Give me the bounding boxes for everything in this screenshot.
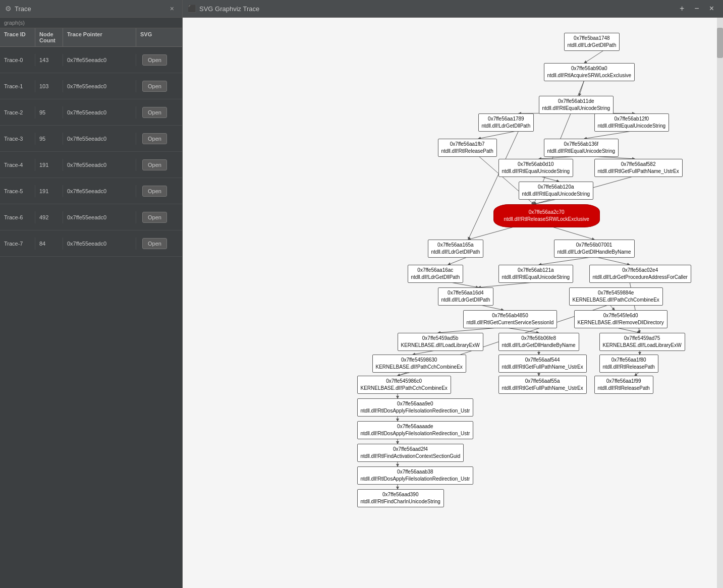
table-row: Trace-01430x7ffe55eeadc0Open bbox=[0, 47, 182, 73]
cell-svg: Open bbox=[136, 129, 177, 148]
graph-node: 0x7ffe56ab136fntdll.dll!RtlEqualUnicodeS… bbox=[544, 139, 619, 157]
graph-node: 0x7ffe56aad2f4ntdll.dll!RtlFindActivatio… bbox=[357, 444, 464, 462]
open-svg-button[interactable]: Open bbox=[142, 212, 167, 223]
cell-trace-pointer: 0x7ffe55eeadc0 bbox=[63, 211, 136, 223]
graph-node: 0x7ffe56b06fe8ntdll.dll!LdrGetDllHandleB… bbox=[498, 333, 579, 351]
graph-node: 0x7ffe5baa1748ntdll.dll!LdrGetDllPath bbox=[564, 33, 620, 51]
svg-icon: ⬛ bbox=[188, 5, 196, 13]
table-row: Trace-64920x7ffe55eeadc0Open bbox=[0, 204, 182, 230]
cell-svg: Open bbox=[136, 208, 177, 227]
scrollbar-track[interactable] bbox=[717, 18, 723, 588]
open-svg-button[interactable]: Open bbox=[142, 159, 167, 170]
cell-node-count: 492 bbox=[35, 211, 63, 223]
cell-trace-id: Trace-4 bbox=[0, 159, 35, 171]
cell-node-count: 103 bbox=[35, 80, 63, 92]
graph-node: 0x7ffe56ab120antdll.dll!RtlEqualUnicodeS… bbox=[519, 182, 594, 200]
svg-line-1 bbox=[579, 80, 584, 96]
col-trace-pointer[interactable]: Trace Pointer bbox=[63, 28, 136, 46]
col-trace-id[interactable]: Trace ID bbox=[0, 28, 35, 46]
cell-trace-id: Trace-6 bbox=[0, 211, 35, 223]
add-button[interactable]: + bbox=[676, 3, 688, 14]
graph-node: 0x7ffe56ab90a0ntdll.dll!RtlAcquireSRWLoc… bbox=[544, 63, 635, 81]
left-panel: ⚙ Trace × graph(s) Trace ID Node Count T… bbox=[0, 0, 183, 588]
left-panel-header: ⚙ Trace × bbox=[0, 0, 182, 18]
graph-node: 0x7ffe56aad390ntdll.dll!RtlFindCharInUni… bbox=[357, 489, 444, 507]
close-button[interactable]: × bbox=[705, 3, 718, 14]
graph-node: 0x7ffe56ab121antdll.dll!RtlEqualUnicodeS… bbox=[498, 265, 574, 283]
minimize-button[interactable]: − bbox=[690, 3, 703, 14]
cell-svg: Open bbox=[136, 182, 177, 201]
svg-line-5 bbox=[584, 131, 635, 139]
col-svg[interactable]: SVG bbox=[136, 28, 177, 46]
open-svg-button[interactable]: Open bbox=[142, 186, 167, 197]
trace-icon: ⚙ bbox=[5, 5, 12, 13]
cell-svg: Open bbox=[136, 234, 177, 253]
open-svg-button[interactable]: Open bbox=[142, 54, 167, 66]
col-node-count[interactable]: Node Count bbox=[35, 28, 63, 46]
right-panel: ⬛ SVG Graphviz Trace + − × 0x7ffe5baa174… bbox=[183, 0, 723, 588]
graph-node: 0x7ffe56aa1f80ntdll.dll!RtlReleasePath bbox=[599, 355, 658, 373]
scrollbar-thumb[interactable] bbox=[717, 28, 723, 58]
cell-trace-pointer: 0x7ffe55eeadc0 bbox=[63, 159, 136, 171]
graph-node: 0x7ffe5459ad5bKERNELBASE.dll!LoadLibrary… bbox=[398, 333, 483, 351]
graph-node: 0x7ffe56aaf582ntdll.dll!RtlGetFullPathNa… bbox=[594, 159, 683, 177]
graph-node: 0x7ffe56ab0d10ntdll.dll!RtlEqualUnicodeS… bbox=[498, 159, 574, 177]
svg-line-12 bbox=[448, 257, 468, 265]
cell-node-count: 191 bbox=[35, 159, 63, 171]
graph-node: 0x7ffe56aaf544ntdll.dll!RtlGetFullPathNa… bbox=[498, 355, 587, 373]
table-body: Trace-01430x7ffe55eeadc0OpenTrace-11030x… bbox=[0, 47, 182, 588]
svg-line-4 bbox=[478, 131, 519, 139]
graph-node: 0x7ffe54598630KERNELBASE.dll!PathCchComb… bbox=[372, 355, 466, 373]
graph-node: 0x7ffe56aaab38ntdll.dll!RtlDosApplyFileI… bbox=[357, 466, 474, 485]
graph-node: 0x7ffe56aa1789ntdll.dll!LdrGetDllPath bbox=[478, 113, 534, 132]
svg-line-36 bbox=[539, 257, 594, 265]
cell-svg: Open bbox=[136, 77, 177, 96]
graph-node: 0x7ffe56aaf55antdll.dll!RtlGetFullPathNa… bbox=[498, 376, 587, 394]
table-row: Trace-3950x7ffe55eeadc0Open bbox=[0, 126, 182, 152]
graph-container: 0x7ffe5baa1748ntdll.dll!LdrGetDllPath0x7… bbox=[251, 18, 655, 547]
table-row: Trace-2950x7ffe55eeadc0Open bbox=[0, 99, 182, 126]
graph-area[interactable]: 0x7ffe5baa1748ntdll.dll!LdrGetDllPath0x7… bbox=[183, 18, 723, 588]
table-header: Trace ID Node Count Trace Pointer SVG bbox=[0, 28, 182, 47]
graph-node: 0x7ffe56aaa9e0ntdll.dll!RtlDosApplyFileI… bbox=[357, 398, 474, 417]
graph-node: 0x7ffe56aaaadentdll.dll!RtlDosApplyFileI… bbox=[357, 421, 474, 439]
graph-node: 0x7ffe56aa2c70ntdll.dll!RtlReleaseSRWLoc… bbox=[493, 204, 600, 227]
cell-trace-pointer: 0x7ffe55eeadc0 bbox=[63, 106, 136, 119]
cell-trace-id: Trace-5 bbox=[0, 185, 35, 197]
table-row: Trace-51910x7ffe55eeadc0Open bbox=[0, 178, 182, 204]
cell-trace-id: Trace-1 bbox=[0, 80, 35, 92]
graph-node: 0x7ffe545fe6d0KERNELBASE.dll!RemoveDllDi… bbox=[574, 310, 668, 328]
graph-node: 0x7ffe56ab12f0ntdll.dll!RtlEqualUnicodeS… bbox=[594, 113, 670, 132]
cell-svg: Open bbox=[136, 50, 177, 70]
cell-svg: Open bbox=[136, 103, 177, 122]
left-title-group: ⚙ Trace bbox=[5, 5, 31, 13]
graph-node: 0x7ffe545986c0KERNELBASE.dll!PathCchComb… bbox=[357, 376, 451, 394]
open-svg-button[interactable]: Open bbox=[142, 133, 167, 144]
open-svg-button[interactable]: Open bbox=[142, 238, 167, 249]
open-svg-button[interactable]: Open bbox=[142, 107, 167, 118]
graph-node: 0x7ffe56aa1f99ntdll.dll!RtlReleasePath bbox=[594, 376, 653, 394]
left-panel-title: Trace bbox=[15, 5, 31, 13]
window-controls: + − × bbox=[676, 3, 718, 14]
cell-trace-id: Trace-2 bbox=[0, 106, 35, 119]
graph-node: 0x7ffe56ab4850ntdll.dll!RtlGetCurrentSer… bbox=[463, 310, 558, 328]
cell-trace-pointer: 0x7ffe55eeadc0 bbox=[63, 185, 136, 197]
cell-trace-pointer: 0x7ffe55eeadc0 bbox=[63, 80, 136, 92]
cell-node-count: 84 bbox=[35, 238, 63, 250]
cell-node-count: 191 bbox=[35, 185, 63, 197]
right-panel-header: ⬛ SVG Graphviz Trace + − × bbox=[183, 0, 723, 18]
graph-node: 0x7ffe56b07001ntdll.dll!LdrGetDllHandleB… bbox=[554, 240, 635, 258]
cell-trace-pointer: 0x7ffe55eeadc0 bbox=[63, 238, 136, 250]
left-subheader: graph(s) bbox=[0, 18, 182, 28]
cell-trace-id: Trace-3 bbox=[0, 133, 35, 145]
graph-node: 0x7ffe56aa16acntdll.dll!LdrGetDllPath bbox=[408, 265, 464, 283]
svg-line-0 bbox=[584, 50, 604, 63]
open-svg-button[interactable]: Open bbox=[142, 81, 167, 92]
right-panel-title: SVG Graphviz Trace bbox=[199, 5, 259, 13]
left-panel-close-button[interactable]: × bbox=[167, 4, 177, 14]
cell-node-count: 95 bbox=[35, 106, 63, 119]
graph-node: 0x7ffe56ab11dentdll.dll!RtlEqualUnicodeS… bbox=[539, 96, 614, 114]
graph-node: 0x7ffe56aa165antdll.dll!LdrGetDllPath bbox=[428, 240, 484, 258]
cell-node-count: 143 bbox=[35, 54, 63, 66]
table-row: Trace-11030x7ffe55eeadc0Open bbox=[0, 73, 182, 99]
